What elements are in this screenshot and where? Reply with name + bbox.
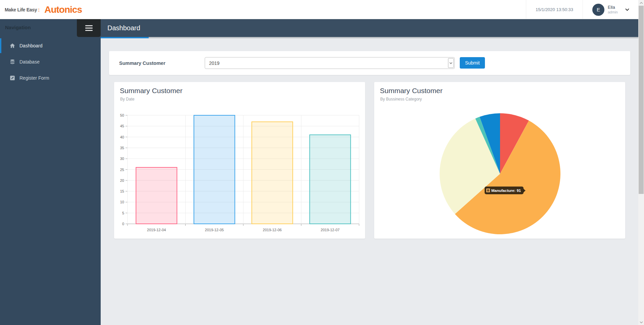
page-title: Dashboard — [107, 19, 140, 37]
filter-card: Summary Customer 2019 Submit — [109, 51, 630, 75]
app-header: Make Life Easy : Autonics 15/1/2020 13:5… — [0, 0, 638, 19]
svg-text:2019-12-04: 2019-12-04 — [147, 228, 166, 232]
sidebar-item-register-form[interactable]: Register Form — [0, 70, 98, 86]
bar-card-subtitle: By Date — [120, 97, 135, 101]
select-chevron-icon[interactable] — [448, 58, 454, 68]
scrollbar-thumb[interactable] — [639, 6, 644, 194]
svg-text:50: 50 — [120, 113, 124, 117]
svg-text:2019-12-05: 2019-12-05 — [205, 228, 224, 232]
svg-text:45: 45 — [120, 124, 124, 128]
logo-brand: Autonics — [44, 4, 82, 15]
bar-chart[interactable]: 051015202530354045502019-12-042019-12-05… — [117, 112, 362, 237]
filter-label: Summary Customer — [119, 51, 165, 75]
sidebar-item-label: Dashboard — [19, 43, 43, 48]
sidebar-item-label: Database — [19, 59, 40, 65]
svg-text:10: 10 — [120, 200, 124, 204]
app-root: Make Life Easy : Autonics 15/1/2020 13:5… — [0, 0, 644, 325]
pie-chart[interactable] — [374, 82, 625, 239]
avatar-initial: E — [597, 7, 600, 12]
database-icon — [9, 59, 15, 65]
svg-text:40: 40 — [120, 135, 124, 139]
user-meta: Ella admin — [608, 5, 618, 14]
sidebar-item-dashboard[interactable]: Dashboard — [0, 38, 98, 54]
svg-text:35: 35 — [120, 146, 124, 150]
sidebar-item-label: Register Form — [19, 75, 49, 81]
vertical-scrollbar[interactable] — [638, 0, 644, 325]
pie-chart-card: Summary Customer By Bussiness Category M… — [374, 82, 625, 239]
chart-tooltip: Manufacture: 91 — [485, 187, 524, 194]
svg-text:2019-12-06: 2019-12-06 — [263, 228, 282, 232]
svg-text:2019-12-07: 2019-12-07 — [321, 228, 340, 232]
user-menu[interactable]: E Ella admin — [583, 0, 638, 19]
user-name: Ella — [608, 5, 618, 10]
page-topbar: Dashboard — [101, 19, 638, 37]
user-role: admin — [608, 10, 618, 14]
menu-toggle-button[interactable] — [77, 19, 101, 37]
submit-button[interactable]: Submit — [460, 57, 485, 69]
scroll-down-icon[interactable] — [638, 319, 644, 325]
tooltip-swatch — [486, 189, 490, 192]
datetime: 15/1/2020 13:50:33 — [526, 0, 583, 19]
svg-text:30: 30 — [120, 157, 124, 161]
avatar[interactable]: E — [592, 4, 604, 16]
svg-text:0: 0 — [122, 222, 124, 226]
logo-tagline: Make Life Easy — [5, 7, 37, 12]
sidebar-nav: DashboardDatabaseRegister Form — [0, 38, 98, 86]
sidebar-section-label: Navigation — [5, 25, 31, 30]
sidebar: Navigation DashboardDatabaseRegister For… — [0, 19, 101, 325]
home-icon — [9, 43, 15, 49]
tab-track — [149, 37, 638, 38]
active-tab-indicator — [101, 37, 149, 38]
scroll-up-icon[interactable] — [638, 0, 644, 6]
chevron-down-icon[interactable] — [625, 8, 629, 11]
year-select-value: 2019 — [209, 60, 219, 66]
tooltip-text: Manufacture: 91 — [491, 189, 521, 193]
svg-text:5: 5 — [122, 211, 124, 215]
svg-text:25: 25 — [120, 168, 124, 172]
sidebar-item-database[interactable]: Database — [0, 54, 98, 70]
edit-icon — [9, 75, 15, 81]
bar-chart-card: Summary Customer By Date 051015202530354… — [114, 82, 365, 239]
svg-text:15: 15 — [120, 189, 124, 193]
logo-colon: : — [38, 7, 40, 12]
svg-text:20: 20 — [120, 178, 124, 182]
year-select[interactable]: 2019 — [205, 57, 455, 69]
bar-card-title: Summary Customer — [120, 87, 183, 95]
brand-logo: Make Life Easy : Autonics — [5, 0, 82, 19]
